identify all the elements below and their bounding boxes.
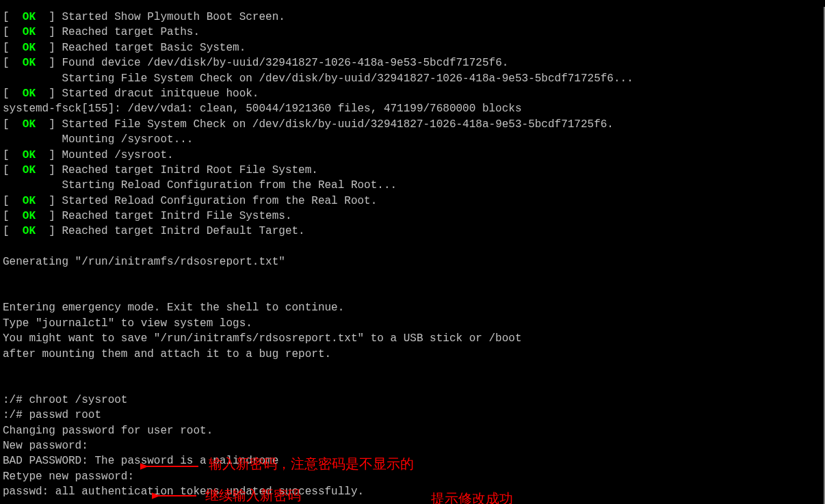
- annotation-retype-password: 继续输入新密码: [205, 486, 301, 504]
- terminal-line: [3, 285, 825, 300]
- terminal-line: Changing password for user root.: [3, 423, 825, 438]
- terminal-line: Entering emergency mode. Exit the shell …: [3, 300, 825, 315]
- terminal-line: [ OK ] Started Reload Configuration from…: [3, 194, 825, 209]
- terminal-line: You might want to save "/run/initramfs/r…: [3, 331, 825, 346]
- terminal-line: :/# chroot /sysroot: [3, 393, 825, 408]
- status-ok: OK: [23, 210, 36, 222]
- terminal-line: Generating "/run/initramfs/rdsosreport.t…: [3, 254, 825, 269]
- status-ok: OK: [23, 164, 36, 176]
- status-ok: OK: [23, 195, 36, 207]
- terminal-line: [ OK ] Started Show Plymouth Boot Screen…: [3, 10, 825, 25]
- terminal-line: Starting Reload Configuration from the R…: [3, 178, 825, 193]
- terminal-line: passwd: all authentication tokens update…: [3, 484, 825, 499]
- terminal-line: Type "journalctl" to view system logs.: [3, 316, 825, 331]
- terminal-line: systemd-fsck[155]: /dev/vda1: clean, 500…: [3, 101, 825, 116]
- terminal-line: [ OK ] Started dracut initqueue hook.: [3, 86, 825, 101]
- terminal-line: New password:: [3, 438, 825, 453]
- annotation-new-password: 输入新密码，注意密码是不显示的: [209, 454, 414, 473]
- terminal-line: [ OK ] Reached target Initrd Default Tar…: [3, 224, 825, 239]
- terminal-line: [ OK ] Found device /dev/disk/by-uuid/32…: [3, 55, 825, 70]
- terminal-line: [ OK ] Reached target Initrd Root File S…: [3, 163, 825, 178]
- terminal-line: :/# passwd root: [3, 408, 825, 423]
- status-ok: OK: [23, 42, 36, 54]
- terminal-line: [ OK ] Reached target Initrd File System…: [3, 209, 825, 224]
- status-ok: OK: [23, 57, 36, 69]
- terminal-line: [ OK ] Started File System Check on /dev…: [3, 117, 825, 132]
- terminal-line: [ OK ] Reached target Basic System.: [3, 40, 825, 55]
- terminal-line: [3, 377, 825, 392]
- terminal-line: [3, 362, 825, 377]
- terminal-line: Retype new password:: [3, 469, 825, 484]
- status-ok: OK: [23, 118, 36, 131]
- terminal-line: BAD PASSWORD: The password is a palindro…: [3, 453, 825, 468]
- status-ok: OK: [23, 88, 36, 100]
- status-ok: OK: [23, 26, 36, 38]
- status-ok: OK: [23, 149, 36, 161]
- terminal-line: after mounting them and attach it to a b…: [3, 347, 825, 362]
- terminal-line: [ OK ] Reached target Paths.: [3, 25, 825, 40]
- terminal-line: Starting File System Check on /dev/disk/…: [3, 71, 825, 86]
- terminal-line: [3, 239, 825, 254]
- terminal-line: [ OK ] Mounted /sysroot.: [3, 148, 825, 163]
- status-ok: OK: [23, 11, 36, 23]
- terminal-output: [ OK ] Started Show Plymouth Boot Screen…: [0, 7, 825, 500]
- status-ok: OK: [23, 225, 36, 237]
- annotation-success: 提示修改成功: [431, 489, 513, 504]
- terminal-line: Mounting /sysroot...: [3, 132, 825, 147]
- terminal-line: [3, 270, 825, 285]
